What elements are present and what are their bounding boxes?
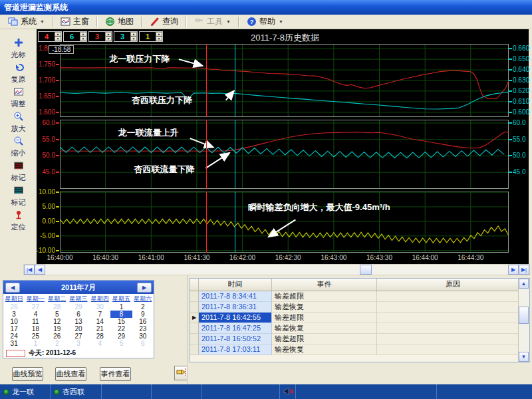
calendar-day[interactable]: 25 bbox=[25, 332, 46, 340]
event-type-cell[interactable]: 输差超限 bbox=[272, 334, 377, 344]
event-time-cell[interactable]: 2011-7-8 17:03:11 bbox=[199, 344, 272, 355]
cyan-cursor-line[interactable] bbox=[235, 120, 235, 189]
curve-group-spinner-1[interactable]: 4▲▼ bbox=[38, 31, 62, 42]
event-time-cell[interactable]: 2011-7-8 8:34:41 bbox=[199, 291, 272, 302]
sidebar-tool-zoom-out[interactable]: 缩小 bbox=[11, 136, 26, 158]
event-reason-cell[interactable] bbox=[377, 334, 529, 344]
scroll-right-icon[interactable]: ▶ bbox=[508, 265, 519, 275]
event-time-cell[interactable]: 2011-7-8 8:36:31 bbox=[199, 302, 272, 313]
red-cursor-line[interactable] bbox=[206, 120, 207, 189]
calendar-day[interactable]: 22 bbox=[110, 325, 132, 332]
weekday-label[interactable]: 星期五 bbox=[110, 295, 132, 303]
column-header-2[interactable]: 事件 bbox=[272, 279, 377, 291]
calendar-day[interactable]: 28 bbox=[47, 303, 68, 311]
calendar-next-month-button[interactable]: ▶ bbox=[137, 283, 152, 293]
calendar-day[interactable]: 30 bbox=[89, 303, 110, 311]
event-table-row[interactable]: 2011-7-8 8:36:31输差恢复 bbox=[190, 302, 529, 313]
spinner-down-icon[interactable]: ▼ bbox=[80, 37, 86, 41]
chart-horizontal-scrollbar[interactable]: |◀◀▶▶| bbox=[23, 264, 530, 275]
curve-group-spinner-3[interactable]: 3▲▼ bbox=[88, 31, 112, 42]
flow-difference-chart-plot[interactable]: 瞬时输差负向增大，最大值-9.45m³/h bbox=[60, 192, 509, 253]
pressure-chart-plot[interactable]: 龙一联压力下降杏西联压力下降 bbox=[60, 44, 509, 117]
event-type-cell[interactable]: 输差恢复 bbox=[272, 344, 377, 355]
calendar-prev-month-button[interactable]: ◀ bbox=[5, 283, 20, 293]
column-header-3[interactable]: 原因 bbox=[377, 279, 529, 291]
sidebar-tool-mark-cyan[interactable]: 标记 bbox=[11, 185, 26, 207]
sidebar-tool-cursor[interactable]: 光标 bbox=[11, 37, 26, 59]
event-type-cell[interactable]: 输差超限 bbox=[272, 291, 377, 302]
calendar-day[interactable]: 30 bbox=[132, 332, 154, 340]
calendar-day[interactable]: 9 bbox=[132, 311, 154, 318]
calendar-day[interactable]: 13 bbox=[68, 318, 89, 325]
calendar-day[interactable]: 7 bbox=[89, 311, 110, 318]
spinner-down-icon[interactable]: ▼ bbox=[130, 37, 137, 41]
spinner-up-icon[interactable]: ▲ bbox=[130, 32, 137, 37]
calendar-day[interactable]: 6 bbox=[132, 340, 154, 347]
sidebar-tool-restore[interactable]: 复原 bbox=[11, 62, 26, 84]
cyan-cursor-line[interactable] bbox=[235, 44, 235, 117]
status-station-2[interactable]: 杏西联 bbox=[51, 384, 102, 399]
calendar-day[interactable]: 2 bbox=[132, 303, 154, 311]
weekday-label[interactable]: 星期日 bbox=[3, 295, 25, 303]
calendar-day[interactable]: 15 bbox=[110, 318, 132, 325]
calendar-day[interactable]: 2 bbox=[47, 340, 68, 347]
calendar-day[interactable]: 27 bbox=[68, 332, 89, 340]
weekday-label[interactable]: 星期四 bbox=[89, 295, 110, 303]
calendar-day[interactable]: 20 bbox=[68, 325, 89, 332]
event-reason-cell[interactable] bbox=[377, 291, 529, 302]
calendar-day[interactable]: 27 bbox=[25, 303, 46, 311]
calendar-day[interactable]: 5 bbox=[110, 340, 132, 347]
table-scroll-thumb[interactable] bbox=[519, 307, 529, 324]
calendar-day[interactable]: 21 bbox=[89, 325, 110, 332]
sidebar-tool-mark-red[interactable]: 标记 bbox=[11, 160, 26, 182]
column-header-1[interactable]: 时间 bbox=[199, 279, 272, 291]
calendar-day[interactable]: 31 bbox=[3, 340, 25, 347]
spinner-up-icon[interactable]: ▲ bbox=[156, 32, 162, 37]
calendar-day[interactable]: 3 bbox=[68, 340, 89, 347]
event-time-cell[interactable]: 2011-7-8 16:47:25 bbox=[199, 323, 272, 334]
sidebar-tool-zoom-in[interactable]: 放大 bbox=[11, 111, 26, 133]
calendar-day[interactable]: 16 bbox=[132, 318, 154, 325]
scroll-home-button[interactable]: |◀ bbox=[24, 265, 35, 275]
scroll-left-icon[interactable]: ◀ bbox=[35, 265, 45, 275]
weekday-label[interactable]: 星期二 bbox=[47, 295, 68, 303]
calendar-day[interactable]: 19 bbox=[47, 325, 68, 332]
spinner-up-icon[interactable]: ▲ bbox=[105, 32, 112, 37]
event-type-cell[interactable]: 输差恢复 bbox=[272, 323, 377, 334]
calendar-day[interactable]: 26 bbox=[47, 332, 68, 340]
calendar-day[interactable]: 26 bbox=[3, 303, 25, 311]
event-time-cell[interactable]: 2011-7-8 16:42:55 bbox=[199, 313, 272, 323]
status-station-1[interactable]: 龙一联 bbox=[0, 384, 51, 399]
record-navigate-button[interactable] bbox=[174, 366, 188, 380]
calendar-day[interactable]: 12 bbox=[47, 318, 68, 325]
calendar-day[interactable]: 23 bbox=[132, 325, 154, 332]
calendar-day[interactable]: 6 bbox=[68, 311, 89, 318]
weekday-label[interactable]: 星期三 bbox=[68, 295, 89, 303]
scroll-up-icon[interactable]: ▲ bbox=[519, 279, 529, 289]
event-table-row[interactable]: 2011-7-8 16:50:52输差超限 bbox=[190, 334, 529, 344]
curve-group-spinner-4[interactable]: 3▲▼ bbox=[114, 31, 138, 42]
today-label[interactable]: 今天: 2011-12-6 bbox=[29, 348, 76, 358]
scroll-end-button[interactable]: ▶| bbox=[519, 265, 529, 275]
calendar-day[interactable]: 10 bbox=[3, 318, 25, 325]
curve-preview-button[interactable]: 曲线预览 bbox=[12, 367, 43, 381]
event-reason-cell[interactable] bbox=[377, 344, 529, 355]
toolbar-button-map[interactable]: 地图 bbox=[99, 15, 140, 29]
flow-chart-plot[interactable]: 龙一联流量上升杏西联流量下降 bbox=[60, 120, 509, 189]
table-vertical-scrollbar[interactable]: ▲ ▼ bbox=[518, 279, 529, 362]
calendar-day[interactable]: 3 bbox=[3, 311, 25, 318]
spinner-down-icon[interactable]: ▼ bbox=[156, 37, 162, 41]
calendar-day[interactable]: 1 bbox=[25, 340, 46, 347]
event-table-row[interactable]: ▶2011-7-8 16:42:55输差超限 bbox=[190, 313, 529, 323]
event-table-row[interactable]: 2011-7-8 8:34:41输差超限 bbox=[190, 291, 529, 302]
calendar-day[interactable]: 11 bbox=[25, 318, 46, 325]
calendar-day[interactable]: 29 bbox=[68, 303, 89, 311]
calendar-day[interactable]: 29 bbox=[110, 332, 132, 340]
calendar-day[interactable]: 28 bbox=[89, 332, 110, 340]
curve-view-button[interactable]: 曲线查看 bbox=[55, 367, 86, 381]
event-reason-cell[interactable] bbox=[377, 302, 529, 313]
red-cursor-line[interactable] bbox=[206, 44, 207, 117]
calendar-day-selected[interactable]: 8 bbox=[110, 311, 132, 318]
muted-speaker-icon[interactable] bbox=[283, 387, 294, 397]
spinner-down-icon[interactable]: ▼ bbox=[105, 37, 112, 41]
